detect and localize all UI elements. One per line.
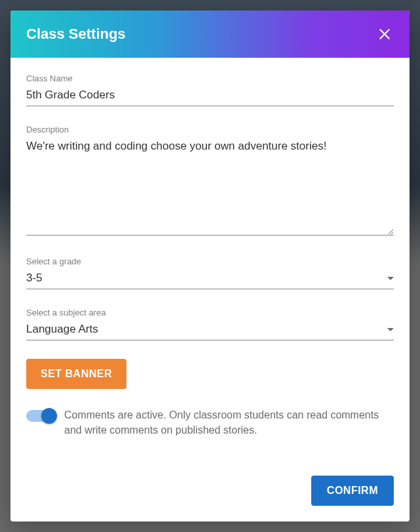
modal-body: Class Name Description Select a grade 3-… [10, 58, 410, 476]
class-settings-modal: Class Settings Class Name Description Se… [10, 10, 410, 522]
confirm-button[interactable]: CONFIRM [311, 476, 394, 506]
grade-select[interactable]: 3-5 [26, 269, 394, 289]
chevron-down-icon [387, 277, 394, 280]
toggle-knob [41, 408, 57, 424]
comments-toggle-text: Comments are active. Only classroom stud… [64, 407, 394, 438]
subject-field: Select a subject area Language Arts [26, 308, 394, 340]
subject-select[interactable]: Language Arts [26, 320, 394, 340]
grade-label: Select a grade [26, 256, 394, 266]
class-name-field: Class Name [26, 73, 394, 106]
description-label: Description [26, 125, 394, 134]
description-input[interactable] [26, 137, 394, 235]
set-banner-button[interactable]: SET BANNER [26, 359, 126, 389]
description-field: Description [26, 125, 394, 238]
chevron-down-icon [387, 328, 394, 331]
comments-toggle[interactable] [26, 410, 55, 422]
grade-value: 3-5 [26, 272, 43, 285]
modal-title: Class Settings [26, 26, 126, 43]
class-name-input[interactable] [26, 86, 394, 106]
subject-label: Select a subject area [26, 308, 394, 317]
modal-footer: CONFIRM [10, 476, 410, 522]
subject-value: Language Arts [26, 323, 98, 336]
grade-field: Select a grade 3-5 [26, 256, 394, 289]
class-name-label: Class Name [26, 73, 394, 83]
modal-header: Class Settings [10, 10, 410, 58]
comments-toggle-row: Comments are active. Only classroom stud… [26, 407, 394, 438]
close-icon [378, 28, 391, 41]
close-button[interactable] [375, 25, 394, 43]
